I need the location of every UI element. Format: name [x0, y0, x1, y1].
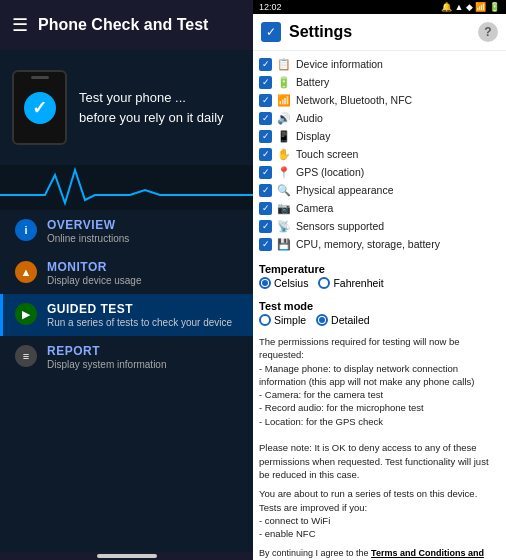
list-item: ✓ 🔋 Battery: [259, 73, 500, 91]
fahrenheit-radio[interactable]: [318, 277, 330, 289]
help-icon[interactable]: ?: [478, 22, 498, 42]
checkbox-camera[interactable]: ✓: [259, 202, 272, 215]
temperature-section: Temperature Celsius Fahrenheit: [253, 257, 506, 294]
list-item: ✓ ✋ Touch screen: [259, 145, 500, 163]
sidebar-item-guided-test[interactable]: ▶ GUIDED TEST Run a series of tests to c…: [0, 294, 253, 336]
list-item: ✓ 📱 Display: [259, 127, 500, 145]
checkbox-network[interactable]: ✓: [259, 94, 272, 107]
info-text: You are about to run a series of tests o…: [253, 485, 506, 544]
battery-icon: 🔋: [277, 75, 291, 89]
list-item: ✓ 🔊 Audio: [259, 109, 500, 127]
sidebar-item-overview[interactable]: i OVERVIEW Online instructions: [0, 210, 253, 252]
status-icons: 🔔 ▲ ◆ 📶 🔋: [441, 2, 500, 12]
fahrenheit-option[interactable]: Fahrenheit: [318, 277, 383, 289]
checkbox-touch[interactable]: ✓: [259, 148, 272, 161]
guided-test-icon: ▶: [15, 303, 37, 325]
sidebar-item-report[interactable]: ≡ REPORT Display system information: [0, 336, 253, 378]
right-panel: 12:02 🔔 ▲ ◆ 📶 🔋 ✓ Settings ? ✓ 📋 Device …: [253, 0, 506, 560]
network-icon: 📶: [277, 93, 291, 107]
device-icon: 📋: [277, 57, 291, 71]
checkbox-device[interactable]: ✓: [259, 58, 272, 71]
settings-list: ✓ 📋 Device information ✓ 🔋 Battery ✓ 📶 N…: [253, 51, 506, 257]
hero-area: ✓ Test your phone ... before you rely on…: [0, 50, 253, 165]
sidebar-item-monitor[interactable]: ▲ MONITOR Display device usage: [0, 252, 253, 294]
checkbox-physical[interactable]: ✓: [259, 184, 272, 197]
temperature-radio-group: Celsius Fahrenheit: [259, 277, 500, 289]
app-title: Phone Check and Test: [38, 16, 208, 34]
bottom-bar: [97, 554, 157, 558]
checkbox-audio[interactable]: ✓: [259, 112, 272, 125]
settings-header: ✓ Settings ?: [253, 14, 506, 51]
terms-text: By continuing I agree to the Terms and C…: [253, 544, 506, 560]
left-header: ☰ Phone Check and Test: [0, 0, 253, 50]
simple-radio[interactable]: [259, 314, 271, 326]
checkbox-gps[interactable]: ✓: [259, 166, 272, 179]
hamburger-icon[interactable]: ☰: [12, 14, 28, 36]
list-item: ✓ 📶 Network, Bluetooth, NFC: [259, 91, 500, 109]
audio-icon: 🔊: [277, 111, 291, 125]
list-item: ✓ 📋 Device information: [259, 55, 500, 73]
hero-text: Test your phone ... before you rely on i…: [79, 88, 224, 127]
physical-icon: 🔍: [277, 183, 291, 197]
checkmark-icon: ✓: [24, 92, 56, 124]
temperature-label: Temperature: [259, 263, 500, 275]
list-item: ✓ 📷 Camera: [259, 199, 500, 217]
touch-icon: ✋: [277, 147, 291, 161]
checkbox-sensors[interactable]: ✓: [259, 220, 272, 233]
detailed-radio[interactable]: [316, 314, 328, 326]
gps-icon: 📍: [277, 165, 291, 179]
list-item: ✓ 📡 Sensors supported: [259, 217, 500, 235]
heartbeat-area: [0, 165, 253, 210]
sensors-icon: 📡: [277, 219, 291, 233]
checkbox-display[interactable]: ✓: [259, 130, 272, 143]
test-mode-radio-group: Simple Detailed: [259, 314, 500, 326]
camera-icon: 📷: [277, 201, 291, 215]
scrollable-content: ✓ 📋 Device information ✓ 🔋 Battery ✓ 📶 N…: [253, 51, 506, 560]
celsius-option[interactable]: Celsius: [259, 277, 308, 289]
phone-icon-box: ✓: [12, 70, 67, 145]
nav-items: i OVERVIEW Online instructions ▲ MONITOR…: [0, 210, 253, 552]
list-item: ✓ 💾 CPU, memory, storage, battery: [259, 235, 500, 253]
status-time: 12:02: [259, 2, 282, 12]
permissions-text: The permissions required for testing wil…: [253, 331, 506, 485]
settings-checkbox-icon: ✓: [261, 22, 281, 42]
settings-title: Settings: [289, 23, 470, 41]
list-item: ✓ 🔍 Physical appearance: [259, 181, 500, 199]
checkbox-battery[interactable]: ✓: [259, 76, 272, 89]
report-icon: ≡: [15, 345, 37, 367]
display-icon: 📱: [277, 129, 291, 143]
simple-option[interactable]: Simple: [259, 314, 306, 326]
overview-icon: i: [15, 219, 37, 241]
checkbox-cpu[interactable]: ✓: [259, 238, 272, 251]
left-panel: ☰ Phone Check and Test ✓ Test your phone…: [0, 0, 253, 560]
cpu-icon: 💾: [277, 237, 291, 251]
celsius-radio[interactable]: [259, 277, 271, 289]
monitor-icon: ▲: [15, 261, 37, 283]
test-mode-section: Test mode Simple Detailed: [253, 294, 506, 331]
test-mode-label: Test mode: [259, 300, 500, 312]
list-item: ✓ 📍 GPS (location): [259, 163, 500, 181]
detailed-option[interactable]: Detailed: [316, 314, 370, 326]
status-bar: 12:02 🔔 ▲ ◆ 📶 🔋: [253, 0, 506, 14]
